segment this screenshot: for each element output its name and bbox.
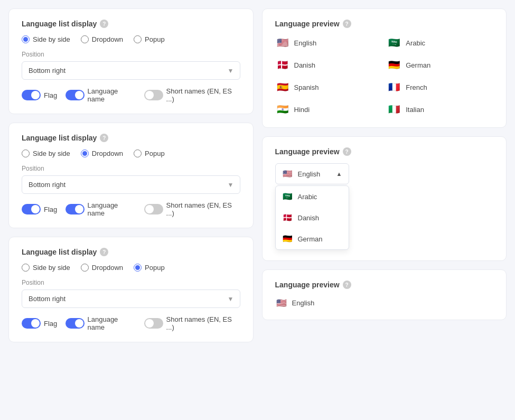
section-1-radio-group: Side by side Dropdown Popup bbox=[22, 35, 240, 43]
dropdown-preview: 🇺🇸 English ▲ 🇸🇦 Arabic 🇩🇰 Danish bbox=[275, 163, 494, 250]
toggle-shortnames-switch-3[interactable] bbox=[144, 318, 163, 329]
flag-german: 🇩🇪 bbox=[387, 58, 401, 72]
toggle-shortnames-switch-1[interactable] bbox=[144, 90, 163, 100]
flag-italian: 🇮🇹 bbox=[387, 102, 401, 117]
position-select-1[interactable]: Bottom right bbox=[22, 61, 240, 80]
radio-popup-3[interactable]: Popup bbox=[134, 264, 165, 272]
list-item: 🇺🇸 English bbox=[275, 35, 382, 50]
toggle-shortnames-switch-2[interactable] bbox=[144, 204, 163, 214]
flag-danish-dd: 🇩🇰 bbox=[282, 212, 294, 223]
toggle-langname-switch-1[interactable] bbox=[65, 90, 84, 100]
lang-name-german: German bbox=[406, 61, 430, 69]
preview-1-card: Language preview ? 🇺🇸 English 🇸🇦 Arabic … bbox=[262, 8, 507, 128]
toggle-langname-switch-2[interactable] bbox=[65, 204, 84, 214]
section-2-card: Language list display ? Side by side Dro… bbox=[8, 123, 254, 228]
section-2-help-icon[interactable]: ? bbox=[100, 134, 108, 142]
toggle-row-3: Flag Language name Short names (EN, ES .… bbox=[22, 315, 240, 331]
list-item: 🇮🇹 Italian bbox=[387, 102, 493, 117]
section-1-title: Language list display ? bbox=[22, 20, 240, 28]
radio-dropdown-3[interactable]: Dropdown bbox=[81, 264, 123, 272]
toggle-langname-3: Language name bbox=[65, 315, 136, 331]
dropdown-menu: 🇸🇦 Arabic 🇩🇰 Danish 🇩🇪 German bbox=[275, 185, 349, 250]
lang-name-english: English bbox=[294, 39, 317, 47]
preview-2-help-icon[interactable]: ? bbox=[343, 147, 351, 156]
radio-side-by-side-1[interactable]: Side by side bbox=[22, 35, 70, 43]
radio-side-by-side-3[interactable]: Side by side bbox=[22, 264, 70, 272]
list-item: 🇩🇰 Danish bbox=[275, 58, 382, 72]
flag-arabic-dd: 🇸🇦 bbox=[282, 191, 294, 202]
radio-dropdown-2[interactable]: Dropdown bbox=[81, 150, 123, 157]
toggle-shortnames-2: Short names (EN, ES ...) bbox=[144, 201, 240, 217]
flag-english: 🇺🇸 bbox=[275, 35, 290, 50]
position-select-2[interactable]: Bottom right bbox=[22, 175, 240, 194]
position-label-2: Position bbox=[22, 165, 240, 172]
language-grid: 🇺🇸 English 🇸🇦 Arabic 🇩🇰 Danish 🇩🇪 German bbox=[275, 35, 494, 117]
toggle-shortnames-1: Short names (EN, ES ...) bbox=[144, 87, 240, 103]
list-item: 🇫🇷 French bbox=[387, 80, 493, 95]
dropdown-option-danish[interactable]: 🇩🇰 Danish bbox=[276, 207, 349, 228]
position-select-wrapper-1: Bottom right ▼ bbox=[22, 61, 240, 80]
toggle-langname-2: Language name bbox=[65, 201, 136, 217]
section-1-help-icon[interactable]: ? bbox=[100, 20, 108, 28]
section-3-help-icon[interactable]: ? bbox=[100, 248, 108, 256]
lang-name-hindi: Hindi bbox=[294, 106, 310, 114]
toggle-row-2: Flag Language name Short names (EN, ES .… bbox=[22, 201, 240, 217]
flag-danish: 🇩🇰 bbox=[275, 58, 290, 72]
section-3-radio-group: Side by side Dropdown Popup bbox=[22, 264, 240, 272]
flag-german-dd: 🇩🇪 bbox=[282, 233, 294, 245]
dropdown-trigger-left: 🇺🇸 English bbox=[282, 168, 321, 180]
toggle-flag-switch-2[interactable] bbox=[22, 204, 41, 214]
dropdown-selected-flag: 🇺🇸 bbox=[282, 168, 294, 180]
dropdown-chevron-icon: ▲ bbox=[336, 171, 342, 177]
list-item: 🇮🇳 Hindi bbox=[275, 102, 382, 117]
list-item: 🇩🇪 German bbox=[387, 58, 493, 72]
preview-2-title: Language preview ? bbox=[275, 147, 494, 156]
preview-2-card: Language preview ? 🇺🇸 English ▲ 🇸🇦 Arabi… bbox=[262, 136, 507, 261]
preview-1-title: Language preview ? bbox=[275, 20, 494, 28]
position-select-wrapper-2: Bottom right ▼ bbox=[22, 175, 240, 194]
section-3-card: Language list display ? Side by side Dro… bbox=[8, 237, 254, 342]
popup-preview: 🇺🇸 English bbox=[275, 296, 494, 309]
right-column: Language preview ? 🇺🇸 English 🇸🇦 Arabic … bbox=[262, 8, 507, 342]
dropdown-option-german[interactable]: 🇩🇪 German bbox=[276, 228, 349, 249]
section-1-card: Language list display ? Side by side Dro… bbox=[8, 8, 254, 114]
position-select-3[interactable]: Bottom right bbox=[22, 290, 240, 308]
flag-hindi: 🇮🇳 bbox=[275, 102, 290, 117]
position-label-3: Position bbox=[22, 279, 240, 286]
flag-french: 🇫🇷 bbox=[387, 80, 401, 95]
preview-3-card: Language preview ? 🇺🇸 English bbox=[262, 269, 507, 320]
position-select-wrapper-3: Bottom right ▼ bbox=[22, 290, 240, 308]
flag-arabic: 🇸🇦 bbox=[387, 35, 401, 50]
position-label-1: Position bbox=[22, 51, 240, 58]
dropdown-option-arabic[interactable]: 🇸🇦 Arabic bbox=[276, 186, 349, 207]
toggle-langname-1: Language name bbox=[65, 87, 136, 103]
radio-popup-1[interactable]: Popup bbox=[134, 35, 165, 43]
list-item: 🇪🇸 Spanish bbox=[275, 80, 382, 95]
lang-name-french: French bbox=[406, 83, 427, 91]
list-item: 🇸🇦 Arabic bbox=[387, 35, 493, 50]
toggle-flag-switch-3[interactable] bbox=[22, 318, 41, 329]
left-column: Language list display ? Side by side Dro… bbox=[8, 8, 254, 342]
toggle-flag-3: Flag bbox=[22, 318, 57, 329]
toggle-flag-2: Flag bbox=[22, 204, 57, 214]
dropdown-trigger[interactable]: 🇺🇸 English ▲ bbox=[275, 163, 349, 184]
section-2-radio-group: Side by side Dropdown Popup bbox=[22, 150, 240, 157]
radio-side-by-side-2[interactable]: Side by side bbox=[22, 150, 70, 157]
toggle-row-1: Flag Language name Short names (EN, ES .… bbox=[22, 87, 240, 103]
popup-selected-flag: 🇺🇸 bbox=[275, 296, 288, 309]
toggle-flag-1: Flag bbox=[22, 90, 57, 100]
preview-3-title: Language preview ? bbox=[275, 281, 494, 289]
popup-selected-label: English bbox=[292, 299, 315, 307]
radio-dropdown-1[interactable]: Dropdown bbox=[81, 35, 123, 43]
lang-name-danish: Danish bbox=[294, 61, 315, 69]
radio-popup-2[interactable]: Popup bbox=[134, 150, 165, 157]
toggle-shortnames-3: Short names (EN, ES ...) bbox=[144, 315, 240, 331]
flag-spanish: 🇪🇸 bbox=[275, 80, 290, 95]
preview-3-help-icon[interactable]: ? bbox=[343, 281, 351, 289]
section-3-title: Language list display ? bbox=[22, 248, 240, 256]
toggle-flag-switch-1[interactable] bbox=[22, 90, 41, 100]
preview-1-help-icon[interactable]: ? bbox=[343, 20, 351, 28]
section-2-title: Language list display ? bbox=[22, 134, 240, 142]
toggle-langname-switch-3[interactable] bbox=[65, 318, 84, 329]
dropdown-selected-label: English bbox=[298, 170, 321, 178]
